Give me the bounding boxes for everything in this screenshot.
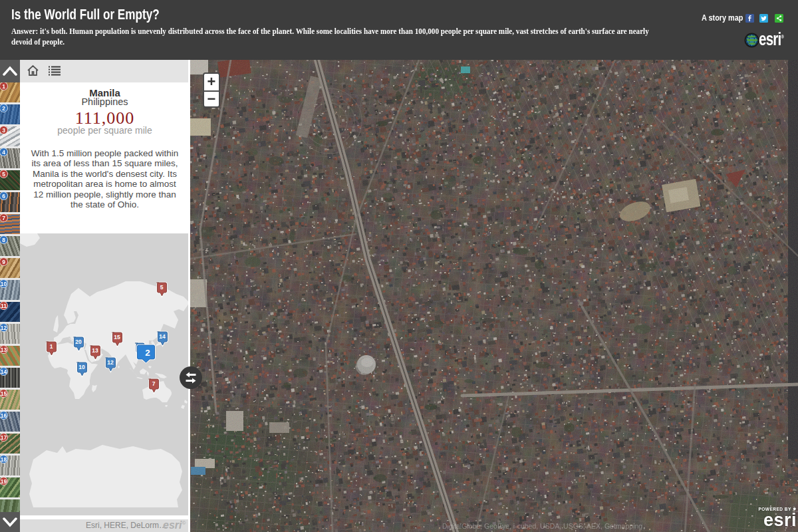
- svg-text:14: 14: [159, 333, 166, 340]
- svg-text:5: 5: [160, 284, 164, 291]
- svg-text:2: 2: [145, 348, 150, 358]
- svg-text:13: 13: [92, 347, 98, 354]
- svg-text:20: 20: [75, 338, 82, 345]
- svg-text:12: 12: [107, 359, 114, 366]
- svg-text:15: 15: [114, 334, 120, 340]
- svg-text:10: 10: [78, 364, 85, 370]
- svg-text:1: 1: [50, 343, 53, 350]
- svg-text:7: 7: [152, 380, 156, 387]
